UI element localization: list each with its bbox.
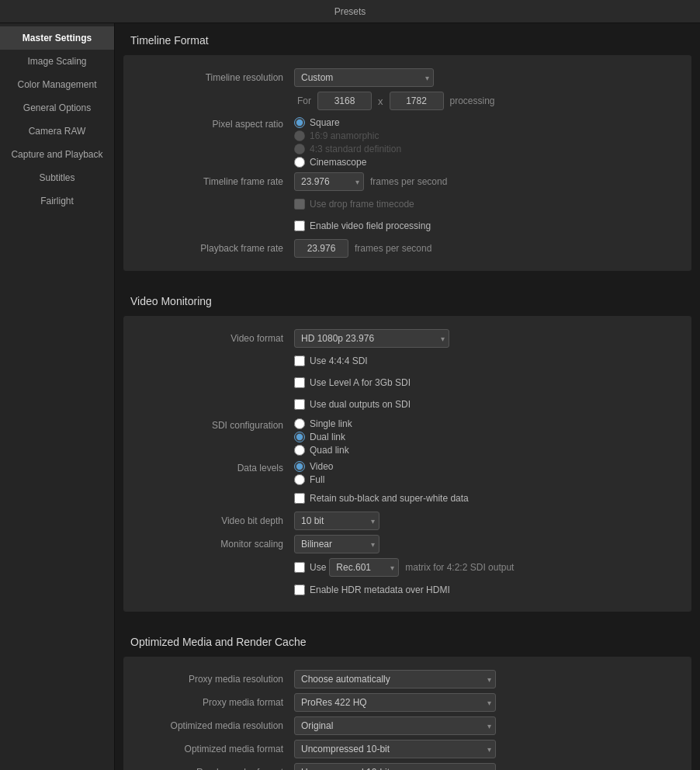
sidebar-item-color-management[interactable]: Color Management	[0, 73, 114, 96]
retain-sub-black-checkbox-item[interactable]: Retain sub-black and super-white data	[294, 493, 469, 504]
video-bit-depth-row: Video bit depth 10 bit	[123, 509, 691, 532]
drop-frame-checkbox-item: Use drop frame timecode	[294, 199, 414, 210]
playback-frame-rate-label: Playback frame rate	[123, 243, 294, 254]
video-bit-depth-select[interactable]: 10 bit	[294, 512, 379, 530]
optimized-format-select[interactable]: Uncompressed 10-bit	[294, 740, 496, 758]
enable-hdr-checkbox-item[interactable]: Enable HDR metadata over HDMI	[294, 584, 450, 595]
use-444-checkbox-label: Use 4:4:4 SDI	[310, 356, 368, 366]
data-levels-full[interactable]: Full	[294, 474, 333, 485]
pixel-aspect-square-radio[interactable]	[294, 117, 305, 128]
proxy-format-select[interactable]: ProRes 422 HQ	[294, 693, 496, 712]
pixel-aspect-43-label: 4:3 standard definition	[310, 144, 401, 154]
proxy-format-label: Proxy media format	[123, 697, 294, 708]
sdi-single-link[interactable]: Single link	[294, 418, 352, 429]
video-field-content: Enable video field processing	[294, 220, 691, 231]
sidebar-item-subtitles[interactable]: Subtitles	[0, 166, 114, 189]
sdi-single-label: Single link	[310, 418, 352, 429]
pixel-aspect-cinemascope-radio[interactable]	[294, 157, 305, 168]
resolution-width-input[interactable]	[317, 92, 372, 110]
drop-frame-checkbox-label: Use drop frame timecode	[310, 199, 414, 210]
video-bit-depth-label: Video bit depth	[123, 515, 294, 526]
retain-sub-black-checkbox[interactable]	[294, 493, 305, 504]
sdi-quad-radio[interactable]	[294, 445, 305, 456]
optimized-resolution-content: Original	[294, 716, 691, 735]
video-format-row: Video format HD 1080p 23.976	[123, 327, 691, 350]
render-cache-format-dropdown-wrap: Uncompressed 10-bit	[294, 763, 496, 770]
video-field-checkbox-label: Enable video field processing	[310, 220, 431, 231]
enable-hdr-checkbox[interactable]	[294, 584, 305, 595]
sidebar-item-master-settings[interactable]: Master Settings	[0, 26, 114, 50]
data-levels-full-radio[interactable]	[294, 474, 305, 485]
use-level-a-checkbox-item[interactable]: Use Level A for 3Gb SDI	[294, 377, 411, 388]
timeline-resolution-label: Timeline resolution	[123, 72, 294, 83]
sdi-config-content: Single link Dual link Quad link	[294, 418, 691, 456]
video-monitoring-box: Video format HD 1080p 23.976 Use 4:4:4 S…	[123, 315, 692, 612]
proxy-resolution-dropdown-wrap: Choose automatically	[294, 670, 496, 688]
sdi-dual-radio[interactable]	[294, 432, 305, 442]
video-format-label: Video format	[123, 333, 294, 344]
data-levels-video-radio[interactable]	[294, 461, 305, 472]
sidebar-item-image-scaling[interactable]: Image Scaling	[0, 50, 114, 73]
retain-sub-black-row: Retain sub-black and super-white data	[123, 487, 691, 509]
use-444-checkbox[interactable]	[294, 356, 305, 366]
pixel-aspect-169: 16:9 anamorphic	[294, 130, 401, 141]
sdi-config-label: SDI configuration	[123, 418, 294, 431]
data-levels-video[interactable]: Video	[294, 461, 333, 472]
data-levels-radio-group: Video Full	[294, 461, 333, 485]
proxy-format-dropdown-wrap: ProRes 422 HQ	[294, 693, 496, 712]
video-field-checkbox-item[interactable]: Enable video field processing	[294, 220, 431, 231]
retain-sub-black-checkbox-label: Retain sub-black and super-white data	[310, 493, 469, 504]
video-format-select[interactable]: HD 1080p 23.976	[294, 329, 449, 348]
sdi-config-radio-group: Single link Dual link Quad link	[294, 418, 352, 456]
video-field-checkbox[interactable]	[294, 220, 305, 231]
use-dual-row: Use dual outputs on SDI	[123, 394, 691, 415]
render-cache-format-select[interactable]: Uncompressed 10-bit	[294, 763, 496, 770]
video-bit-depth-dropdown-wrap: 10 bit	[294, 512, 379, 530]
optimized-resolution-select[interactable]: Original	[294, 716, 496, 735]
sidebar-item-camera-raw[interactable]: Camera RAW	[0, 120, 114, 143]
optimized-format-label: Optimized media format	[123, 744, 294, 754]
pixel-aspect-cinemascope[interactable]: Cinemascope	[294, 157, 401, 168]
timeline-resolution-content: Custom	[294, 68, 691, 87]
use-dual-checkbox-item[interactable]: Use dual outputs on SDI	[294, 399, 411, 410]
proxy-resolution-row: Proxy media resolution Choose automatica…	[123, 668, 691, 691]
pixel-aspect-ratio-label: Pixel aspect ratio	[123, 117, 294, 130]
proxy-resolution-label: Proxy media resolution	[123, 674, 294, 685]
timeline-resolution-row: Timeline resolution Custom	[123, 66, 691, 89]
use-444-checkbox-item[interactable]: Use 4:4:4 SDI	[294, 356, 368, 366]
frame-rate-select[interactable]: 23.976	[294, 172, 364, 191]
matrix-checkbox-item[interactable]: Use	[294, 562, 326, 573]
pixel-aspect-43-radio	[294, 144, 305, 154]
matrix-row: Use Rec.601 matrix for 4:2:2 SDI output	[123, 556, 691, 579]
matrix-dropdown-wrap: Rec.601	[329, 558, 399, 577]
matrix-checkbox[interactable]	[294, 562, 305, 573]
sidebar-item-fairlight[interactable]: Fairlight	[0, 189, 114, 213]
timeline-resolution-select[interactable]: Custom	[294, 68, 434, 87]
playback-frame-rate-content: frames per second	[294, 239, 691, 258]
processing-label: processing	[447, 95, 498, 106]
sdi-single-radio[interactable]	[294, 418, 305, 429]
matrix-select[interactable]: Rec.601	[329, 558, 399, 577]
playback-frame-rate-input[interactable]	[294, 239, 348, 258]
sdi-quad-link[interactable]: Quad link	[294, 445, 352, 456]
use-444-row: Use 4:4:4 SDI	[123, 350, 691, 372]
pixel-aspect-radio-group: Square 16:9 anamorphic 4:3 standard defi…	[294, 117, 401, 168]
monitor-scaling-select[interactable]: Bilinear	[294, 535, 379, 553]
use-level-a-checkbox[interactable]	[294, 377, 305, 388]
optimized-resolution-label: Optimized media resolution	[123, 720, 294, 731]
resolution-height-input[interactable]	[390, 92, 444, 110]
video-monitoring-header: Video Monitoring	[115, 284, 700, 315]
use-dual-checkbox[interactable]	[294, 399, 305, 410]
pixel-aspect-cinemascope-label: Cinemascope	[310, 157, 366, 168]
optimized-media-header: Optimized Media and Render Cache	[115, 625, 700, 656]
proxy-resolution-select[interactable]: Choose automatically	[294, 670, 496, 688]
sdi-dual-link[interactable]: Dual link	[294, 432, 352, 442]
proxy-resolution-content: Choose automatically	[294, 670, 691, 688]
use-level-a-checkbox-label: Use Level A for 3Gb SDI	[310, 377, 411, 388]
sidebar-item-capture-playback[interactable]: Capture and Playback	[0, 143, 114, 166]
pixel-aspect-square-label: Square	[310, 117, 340, 128]
render-cache-format-content: Uncompressed 10-bit	[294, 763, 691, 770]
pixel-aspect-square[interactable]: Square	[294, 117, 401, 128]
dimension-separator: x	[375, 95, 386, 107]
sidebar-item-general-options[interactable]: General Options	[0, 96, 114, 120]
